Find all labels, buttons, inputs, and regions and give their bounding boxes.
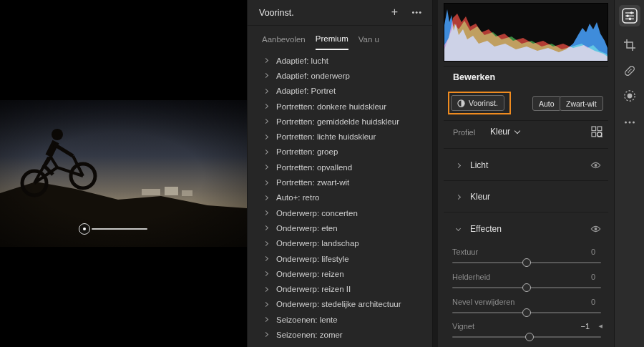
right-toolbar [614, 0, 644, 347]
section-effecten[interactable]: Effecten [438, 218, 614, 240]
preset-category-label: Onderwerp: landschap [276, 239, 359, 248]
eye-icon[interactable] [590, 225, 601, 233]
preset-category-label: Portretten: groep [276, 147, 338, 156]
photo-canvas-area [0, 0, 247, 347]
preset-category[interactable]: Portretten: zwart-wit [248, 175, 432, 190]
textuur-value: 0 [591, 248, 595, 256]
chevron-right-icon [263, 256, 268, 261]
vignet-slider-handle[interactable] [525, 333, 534, 341]
preset-category[interactable]: Portretten: lichte huidskleur [248, 129, 432, 144]
preset-category-label: Onderwerp: concerten [276, 209, 358, 218]
presets-header: Voorinst. + ••• [248, 0, 432, 26]
preset-category-label: Onderwerp: reizen II [276, 285, 351, 293]
masking-tool-button[interactable] [620, 87, 639, 105]
divider [444, 180, 608, 181]
auto-button[interactable]: Auto [532, 96, 561, 111]
preset-category[interactable]: Adaptief: lucht [248, 53, 432, 68]
preset-category[interactable]: Portretten: donkere huidskleur [248, 99, 432, 114]
preset-category-label: Portretten: lichte huidskleur [276, 132, 376, 141]
masking-icon [623, 89, 636, 102]
chevron-right-icon [263, 210, 268, 215]
chevron-right-icon [263, 271, 268, 276]
slider-row-helderheid: Helderheid 0 [452, 273, 595, 281]
black-white-button[interactable]: Zwart-wit [560, 96, 603, 111]
helderheid-label: Helderheid [452, 273, 490, 281]
presets-tabs: Aanbevolen Premium Van u [248, 26, 432, 52]
histogram[interactable] [444, 3, 608, 62]
textuur-label: Textuur [452, 248, 478, 256]
section-licht[interactable]: Licht [438, 155, 614, 176]
preset-category-label: Onderwerp: reizen [276, 270, 344, 278]
preset-category[interactable]: Seizoenen: zomer [248, 327, 432, 342]
preset-category-label: Portretten: donkere huidskleur [276, 102, 386, 111]
edit-panel: Bewerken Voorinst. Auto Zwart-wit Profie… [438, 0, 614, 347]
preset-category-label: Adaptief: Portret [276, 87, 336, 95]
preset-category[interactable]: Adaptief: onderwerp [248, 68, 432, 83]
helderheid-slider[interactable] [452, 287, 601, 288]
section-kleur-label: Kleur [470, 192, 490, 202]
tab-aanbevolen[interactable]: Aanbevolen [262, 29, 306, 49]
eye-icon[interactable] [590, 162, 601, 170]
preset-category-label: Portretten: gemiddelde huidskleur [276, 117, 399, 126]
healing-tool-button[interactable] [620, 62, 639, 80]
presets-panel: Voorinst. + ••• Aanbevolen Premium Van u… [247, 0, 433, 347]
preset-category-label: Onderwerp: lifestyle [276, 255, 349, 263]
preset-category-list: Adaptief: lucht Adaptief: onderwerp Adap… [248, 53, 432, 347]
preset-category[interactable]: Seizoenen: lente [248, 312, 432, 327]
nevel-verwijderen-slider[interactable] [452, 312, 601, 313]
preset-category[interactable]: Portretten: gemiddelde huidskleur [248, 114, 432, 129]
scrubber-handle[interactable] [79, 223, 90, 235]
textuur-slider-handle[interactable] [522, 258, 531, 267]
scrubber-track[interactable] [92, 228, 147, 230]
tab-premium[interactable]: Premium [316, 28, 348, 50]
preset-category[interactable]: Portretten: opvallend [248, 160, 432, 175]
chevron-right-icon [263, 225, 268, 230]
preset-category[interactable]: Onderwerp: concerten [248, 205, 432, 220]
helderheid-slider-handle[interactable] [522, 283, 531, 292]
chevron-down-icon [456, 225, 461, 230]
profile-browser-icon[interactable] [591, 126, 602, 137]
preset-category[interactable]: Onderwerp: stedelijke architectuur [248, 297, 432, 312]
slider-row-nevel: Nevel verwijderen 0 [452, 298, 595, 306]
preset-category[interactable]: Onderwerp: lifestyle [248, 251, 432, 266]
chevron-right-icon [263, 241, 268, 246]
preset-category-label: Portretten: zwart-wit [276, 178, 349, 187]
preset-category-label: Onderwerp: eten [276, 224, 338, 233]
preset-category[interactable]: Adaptief: Portret [248, 84, 432, 99]
preset-category-label: Portretten: opvallend [276, 163, 352, 172]
preset-category[interactable]: Onderwerp: reizen [248, 266, 432, 281]
preset-category[interactable]: Onderwerp: eten [248, 220, 432, 235]
divider [444, 66, 608, 67]
profile-dropdown[interactable]: Kleur [490, 127, 519, 137]
presets-button[interactable]: Voorinst. [451, 95, 504, 111]
slider-row-textuur: Textuur 0 [452, 248, 595, 256]
divider [444, 148, 608, 149]
chevron-right-icon [263, 165, 268, 170]
chevron-right-icon [263, 73, 268, 78]
preset-category-label: Auto+: retro [276, 193, 319, 202]
tab-van-u[interactable]: Van u [358, 29, 379, 49]
decrement-arrow-icon[interactable]: ◀ [599, 323, 602, 329]
add-preset-icon[interactable]: + [391, 6, 398, 19]
nevel-verwijderen-slider-handle[interactable] [522, 308, 531, 317]
more-tools-button[interactable] [620, 113, 639, 132]
chevron-right-icon [263, 119, 268, 124]
chevron-right-icon [263, 180, 268, 185]
lightroom-window: Voorinst. + ••• Aanbevolen Premium Van u… [0, 0, 644, 347]
preset-category[interactable]: Onderwerp: landschap [248, 236, 432, 251]
chevron-right-icon [263, 135, 268, 140]
edit-tool-button[interactable] [619, 5, 640, 26]
preset-category[interactable]: Portretten: groep [248, 145, 432, 160]
more-options-icon[interactable]: ••• [411, 8, 422, 16]
preset-category[interactable]: Seizoenen: herfst [248, 343, 432, 347]
helderheid-value: 0 [591, 273, 595, 281]
section-kleur[interactable]: Kleur [438, 186, 614, 207]
chevron-right-icon [263, 332, 268, 337]
vignet-slider[interactable] [452, 336, 601, 338]
preset-category[interactable]: Auto+: retro [248, 190, 432, 205]
preset-category[interactable]: Onderwerp: reizen II [248, 281, 432, 296]
textuur-slider[interactable] [452, 262, 601, 263]
more-dots-icon [623, 116, 636, 129]
crop-tool-button[interactable] [620, 36, 639, 54]
preset-category-label: Adaptief: onderwerp [276, 72, 350, 80]
